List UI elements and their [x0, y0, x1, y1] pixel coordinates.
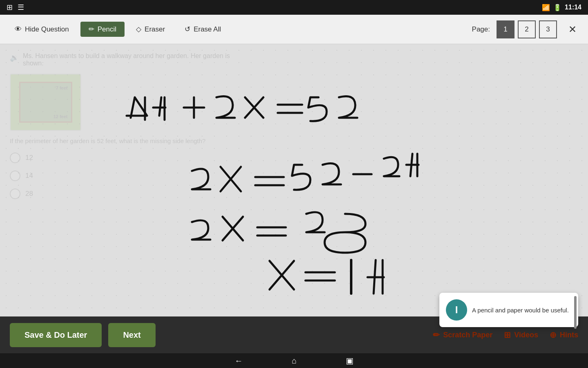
hint-text: A pencil and paper would be useful. [472, 307, 569, 314]
eye-icon: 👁 [15, 25, 22, 34]
eraser-icon: ◇ [136, 25, 141, 34]
save-do-later-button[interactable]: Save & Do Later [10, 323, 102, 347]
hints-icon: ⊕ [550, 330, 557, 340]
time-display: 11:14 [565, 4, 581, 11]
bottom-tools: ✏ Scratch Paper ⊞ Videos ⊕ Hints [433, 330, 578, 340]
main-content-area: 🔉 Ms. Hansen wants to build a walkway ar… [0, 44, 588, 316]
toolbar: 👁 Hide Question ✏ Pencil ◇ Eraser ↺ Eras… [0, 15, 588, 44]
recent-nav-button[interactable]: ▣ [346, 356, 354, 366]
video-icon: ⊞ [504, 330, 511, 340]
scratch-paper-button[interactable]: ✏ Scratch Paper [433, 330, 492, 340]
menu-icon: ☰ [18, 3, 24, 12]
home-nav-button[interactable]: ⌂ [292, 356, 296, 366]
page-1-button[interactable]: 1 [497, 20, 514, 38]
hint-scrollbar[interactable] [574, 296, 577, 329]
battery-icon: 🔋 [553, 4, 561, 11]
pencil-icon: ✏ [89, 25, 94, 34]
back-nav-button[interactable]: ← [234, 356, 243, 366]
grid-icon: ⊞ [7, 3, 13, 12]
hide-question-button[interactable]: 👁 Hide Question [7, 22, 77, 37]
hints-button[interactable]: ⊕ Hints [550, 330, 578, 340]
page-3-button[interactable]: 3 [539, 20, 557, 38]
pencil-button[interactable]: ✏ Pencil [80, 22, 125, 37]
next-button[interactable]: Next [108, 323, 155, 347]
page-label: Page: [472, 25, 490, 34]
hint-avatar: I [446, 299, 467, 321]
erase-all-button[interactable]: ↺ Erase All [176, 22, 229, 37]
status-bar-left: ⊞ ☰ [7, 3, 24, 12]
eraser-button[interactable]: ◇ Eraser [128, 22, 173, 37]
page-2-button[interactable]: 2 [518, 20, 536, 38]
pencil-tool-icon: ✏ [433, 330, 440, 340]
refresh-icon: ↺ [185, 25, 190, 34]
scratch-paper-overlay[interactable] [0, 44, 588, 316]
nav-bar: ← ⌂ ▣ [0, 353, 588, 368]
handwritten-math [0, 44, 588, 316]
wifi-icon: 📶 [542, 4, 550, 11]
hint-popup: I A pencil and paper would be useful. [439, 293, 578, 327]
close-button[interactable]: ✕ [564, 20, 581, 38]
videos-button[interactable]: ⊞ Videos [504, 330, 538, 340]
status-bar-right: 📶 🔋 11:14 [542, 4, 581, 11]
status-bar: ⊞ ☰ 📶 🔋 11:14 [0, 0, 588, 15]
